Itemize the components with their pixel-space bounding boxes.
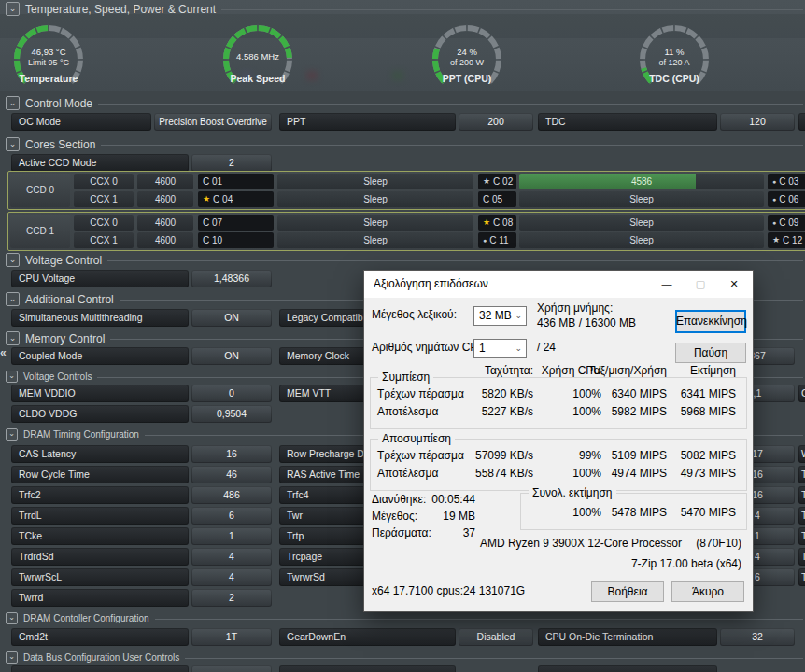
chevron-down-icon[interactable]: ⌄ [6,331,20,345]
ccx-label: CCX 1 [74,191,134,207]
setting-value[interactable] [191,665,272,672]
setting-value[interactable]: ON [191,309,272,327]
chevron-down-icon[interactable]: ⌄ [6,292,20,306]
pause-button[interactable]: Παύση [675,343,746,363]
core-name: C 10 [198,232,274,248]
divider [221,9,803,10]
core-name: C 05 [478,191,516,207]
benchmark-dialog: Αξιολόγηση επιδόσεων — ▢ ✕ Μέγεθος λεξικ… [363,270,754,612]
setting-label: TrdrdSd [11,548,189,566]
setting-value[interactable]: Precision Boost Overdrive [154,113,272,131]
rating-usage-value: 5478 MIPS [612,506,667,519]
close-icon[interactable]: ✕ [717,271,751,298]
setting-label-cut: T [798,568,805,586]
ccx-frequency[interactable]: 4600 [137,191,193,207]
cmd2t-row: Cmd2t 1T GearDownEn Disabled CPU On-Die … [0,628,805,646]
help-button[interactable]: Βοήθεια [591,581,664,602]
setting-label [538,665,717,672]
core-label: C 09 [779,215,798,231]
core-speed-value: 4586 [519,174,764,189]
setting-label: Cmd2t [11,628,189,646]
setting-label-cut: C [798,385,805,402]
cpu-id: (870F10) [696,537,741,550]
chevron-down-icon[interactable]: ⌄ [6,428,18,441]
chevron-down-icon[interactable]: ⌄ [6,651,18,664]
section-title: Memory Control [25,332,105,345]
core-name: ●C 11 [478,232,516,248]
section-title: Voltage Controls [23,371,92,382]
cpu-threads-select[interactable]: 1 ⌄ [473,339,527,358]
setting-label: Twrrd [11,589,189,607]
rating-usage-value: 4974 MIPS [612,467,667,480]
setting-value[interactable]: 4 [191,548,272,566]
setting-value[interactable]: 200 [459,113,533,131]
section-header-control-mode: ⌄ Control Mode [6,96,803,110]
setting-value[interactable]: 1T [191,628,272,646]
dot-icon: ● [772,174,776,189]
setting-value[interactable]: Disabled [459,628,533,646]
cpu-name: AMD Ryzen 9 3900X 12-Core Processor [480,537,682,550]
maximize-icon: ▢ [684,271,717,298]
setting-label: Simultaneous Multithreading [11,309,189,327]
ccx-frequency[interactable]: 4600 [137,174,193,189]
restart-button[interactable]: Επανεκκίνηση [675,310,746,333]
memory-usage-label: Χρήση μνήμης: [537,301,613,315]
setting-value[interactable]: 46 [191,466,272,483]
setting-value[interactable]: 4 [191,568,272,586]
dialog-titlebar[interactable]: Αξιολόγηση επιδόσεων — ▢ ✕ [364,271,753,298]
setting-value[interactable]: 1 [191,527,272,545]
setting-value[interactable]: 2 [191,154,272,172]
setting-label-cut: T [798,486,805,504]
cancel-button[interactable]: Άκυρο [671,581,744,602]
setting-value[interactable]: 0,9504 [191,405,272,423]
partial-row [0,665,805,672]
setting-label: CLDO VDDG [11,405,189,423]
chevron-down-icon[interactable]: ⌄ [6,96,20,110]
chevron-down-icon[interactable]: ⌄ [6,371,18,383]
core-label: C 06 [779,191,798,207]
setting-value[interactable]: 16 [191,445,272,463]
gauge-caption: Temperature [0,73,112,84]
setting-value[interactable]: 486 [191,486,272,504]
cpu-usage-value: 100% [572,506,601,519]
section-header-dram-controller: ⌄ DRAM Contoller Configuration [6,612,803,624]
dialog-title: Αξιολόγηση επιδόσεων [374,271,488,298]
chevron-down-icon[interactable]: ⌄ [6,612,18,624]
ryzen-master-window: ⌄ Temperature, Speed, Power & Current 46… [0,0,805,672]
minimize-icon[interactable]: — [650,271,684,298]
core-state: Sleep [519,191,764,207]
ccx-label: CCX 1 [74,232,134,248]
gauge-readout: 4.586 MHz [213,37,303,77]
setting-value[interactable]: 32 [720,628,795,646]
core-label: C 02 [493,174,513,189]
rating-usage-value: 6340 MIPS [612,387,667,400]
column-speed: Ταχύτητα: [485,364,533,377]
gauge-sublabel: of 200 W [422,58,512,68]
setting-value[interactable]: 6 [191,507,272,525]
setting-label: Row Cycle Time [11,466,189,483]
gauge-sublabel: Limit 95 °C [4,58,93,68]
gauge-caption: PPT (CPU) [403,73,530,84]
star-icon: ★ [483,215,490,231]
cpu-threads-value: 1 [479,342,486,355]
chevron-down-icon: ⌄ [515,340,522,357]
setting-value[interactable]: 120 [720,113,795,131]
table-row: Τρέχων πέρασμα 5820 KB/s 100% 6340 MIPS … [364,387,755,402]
ccx-frequency[interactable]: 4600 [137,232,193,248]
chevron-down-icon[interactable]: ⌄ [6,137,20,151]
setting-value[interactable]: 1,48366 [191,270,272,287]
setting-value[interactable]: 2 [191,589,272,607]
star-icon: ★ [203,191,210,207]
setting-value[interactable]: ON [191,347,272,365]
core-name: ★C 08 [478,215,516,231]
core-label: C 05 [483,191,502,207]
column-rating-usage: Ταξ/μιση/Χρήση [588,364,667,377]
gauge-caption: Peak Speed [194,73,321,84]
cpu-usage-value: 100% [572,467,601,480]
temperature-gauge: 46,93 °C Limit 95 °C Temperature [4,11,93,97]
ccx-frequency[interactable]: 4600 [137,215,193,231]
chevron-down-icon[interactable]: ⌄ [6,253,20,267]
passes-label: Περάσματα: [372,526,431,539]
dictionary-size-select[interactable]: 32 MB ⌄ [473,306,527,326]
setting-value[interactable]: 0 [191,385,272,402]
